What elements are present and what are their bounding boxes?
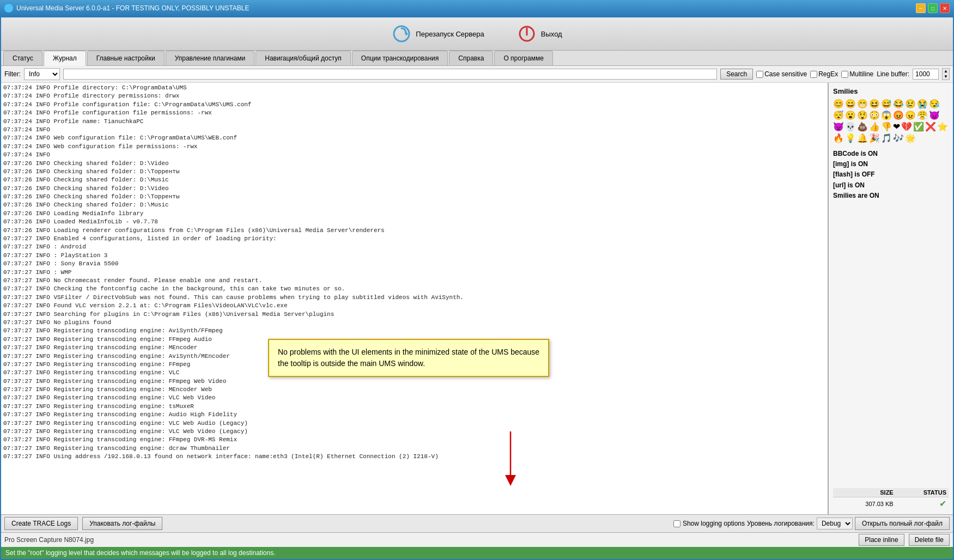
smiley[interactable]: 😅 <box>881 99 892 109</box>
smiley[interactable]: 😳 <box>869 110 880 120</box>
smiley[interactable]: 😠 <box>905 110 916 120</box>
tooltip-text: No problems with the UI elements in the … <box>278 348 539 368</box>
log-line: 07:37:27 INFO Registering transcoding en… <box>3 386 825 394</box>
tab-about[interactable]: О программе <box>494 51 552 65</box>
smiley[interactable]: ❤ <box>893 121 900 132</box>
create-trace-button[interactable]: Create TRACE Logs <box>4 517 78 530</box>
restart-server-button[interactable]: Перезапуск Сервера <box>386 22 489 46</box>
line-buffer-input[interactable]: 1000 <box>913 69 939 80</box>
smiley[interactable]: 🔔 <box>857 133 868 143</box>
multiline-check[interactable]: Multiline <box>841 70 873 78</box>
log-line: 07:37:27 INFO Registering transcoding en… <box>3 411 825 419</box>
delete-file-button[interactable]: Delete file <box>909 534 950 546</box>
log-line: 07:37:24 INFO Profile directory: C:\Prog… <box>3 84 825 92</box>
search-button[interactable]: Search <box>720 69 753 80</box>
tab-bar: Статус Журнал Главные настройки Управлен… <box>1 51 953 66</box>
smiley[interactable]: 😆 <box>869 99 880 109</box>
pack-logs-button[interactable]: Упаковать лог-файлы <box>82 517 162 530</box>
smiley[interactable]: 😱 <box>881 110 892 120</box>
toolbar: Перезапуск Сервера Выход <box>1 17 953 51</box>
smiley[interactable]: 😭 <box>917 99 928 109</box>
status-column-header: STATUS <box>896 488 949 497</box>
smiley[interactable]: 🌟 <box>905 133 916 143</box>
place-inline-button[interactable]: Place inline <box>859 534 904 546</box>
power-icon <box>517 24 537 44</box>
log-level-select[interactable]: Debug Info Trace All <box>817 518 853 529</box>
filter-select[interactable]: Info Debug Trace All <box>24 68 60 80</box>
exit-button[interactable]: Выход <box>512 22 568 46</box>
case-sensitive-checkbox[interactable] <box>756 71 763 78</box>
smiley[interactable]: 😢 <box>905 99 916 109</box>
multiline-checkbox[interactable] <box>841 71 848 78</box>
app-icon <box>4 4 13 13</box>
log-line: 07:37:27 INFO No plugins found <box>3 319 825 327</box>
smiley[interactable]: 🎶 <box>893 133 904 143</box>
smiley[interactable]: 🎵 <box>881 133 892 143</box>
smiley[interactable]: 😂 <box>893 99 904 109</box>
log-line: 07:37:24 INFO Profile configuration file… <box>3 109 825 117</box>
smiley[interactable]: 😪 <box>929 99 940 109</box>
open-log-button[interactable]: Открыть полный лог-файл <box>855 517 950 530</box>
search-input[interactable] <box>63 69 717 80</box>
smiley[interactable]: ❌ <box>925 121 936 132</box>
regex-check[interactable]: RegEx <box>810 70 838 78</box>
log-line: 07:37:27 INFO Registering transcoding en… <box>3 428 825 436</box>
log-line: 07:37:26 INFO Checking shared folder: D:… <box>3 176 825 184</box>
log-line: 07:37:27 INFO Registering transcoding en… <box>3 436 825 444</box>
smiley[interactable]: 😄 <box>845 99 856 109</box>
tab-help[interactable]: Справка <box>449 51 493 65</box>
tab-journal[interactable]: Журнал <box>44 51 86 66</box>
log-line: 07:37:26 INFO Loading MediaInfo library <box>3 210 825 218</box>
spin-down[interactable]: ▼ <box>943 74 949 80</box>
log-content[interactable]: 07:37:24 INFO Profile directory: C:\Prog… <box>1 83 828 514</box>
smiley[interactable]: ⭐ <box>937 121 948 132</box>
smiley[interactable]: ✅ <box>913 121 924 132</box>
case-sensitive-check[interactable]: Case sensitive <box>756 70 807 78</box>
log-area: 07:37:24 INFO Profile directory: C:\Prog… <box>1 83 828 514</box>
smiley[interactable]: 🎉 <box>869 133 880 143</box>
maximize-button[interactable]: □ <box>928 3 938 13</box>
line-buffer-spinner[interactable]: ▲ ▼ <box>942 68 950 80</box>
log-line: 07:37:27 INFO Using address /192.168.0.1… <box>3 453 825 461</box>
log-line: 07:37:27 INFO : Sony Bravia 5500 <box>3 260 825 268</box>
show-logging-checkbox[interactable] <box>673 520 680 527</box>
smiley[interactable]: 💩 <box>857 121 868 132</box>
tab-transcoding[interactable]: Опции транскодирования <box>352 51 448 65</box>
smiley[interactable]: 💀 <box>845 121 856 132</box>
log-line: 07:37:26 INFO Checking shared folder: D:… <box>3 201 825 209</box>
smiley[interactable]: 😴 <box>833 110 844 120</box>
minimize-button[interactable]: − <box>916 3 926 13</box>
show-logging-options: Show logging options Уровень логирования… <box>673 517 950 530</box>
tab-navigation[interactable]: Навигация/общий доступ <box>256 51 351 65</box>
tab-plugins[interactable]: Управление плагинами <box>166 51 255 65</box>
log-line: 07:37:24 INFO Profile directory permissi… <box>3 92 825 100</box>
smiley[interactable]: 🔥 <box>833 133 844 143</box>
log-line: 07:37:24 INFO <box>3 151 825 159</box>
log-line: 07:37:27 INFO : WMP <box>3 269 825 277</box>
log-line: 07:37:27 INFO Registering transcoding en… <box>3 445 825 453</box>
smiley[interactable]: 😮 <box>845 110 856 120</box>
file-name: Pro Screen Capture N8074.jpg <box>4 536 854 544</box>
tab-main-settings[interactable]: Главные настройки <box>87 51 165 65</box>
smiley[interactable]: 👍 <box>869 121 880 132</box>
smiley[interactable]: 💡 <box>845 133 856 143</box>
regex-checkbox[interactable] <box>810 71 817 78</box>
smilies-grid: 😊😄😁😆😅😂😢😭😪😴😮😲😳😱😡😠😤😈👿💀💩👍👎❤💔✅❌⭐🔥💡🔔🎉🎵🎶🌟 <box>833 99 949 143</box>
smiley[interactable]: 👎 <box>881 121 892 132</box>
smiley[interactable]: 👿 <box>833 121 844 132</box>
log-line: 07:37:27 INFO Registering transcoding en… <box>3 378 825 386</box>
title-bar-controls[interactable]: − □ ✕ <box>916 3 950 13</box>
smiley[interactable]: 😲 <box>857 110 868 120</box>
main-window: Перезапуск Сервера Выход Статус Журнал Г… <box>0 16 954 560</box>
smiley[interactable]: 😤 <box>917 110 928 120</box>
smiley[interactable]: 😊 <box>833 99 844 109</box>
status-bar: Set the "root" logging level that decide… <box>1 547 953 559</box>
smiley[interactable]: 😡 <box>893 110 904 120</box>
tab-status[interactable]: Статус <box>3 51 42 65</box>
show-logging-label: Show logging options <box>683 520 745 527</box>
smiley[interactable]: 💔 <box>901 121 912 132</box>
spin-up[interactable]: ▲ <box>943 69 949 74</box>
smiley[interactable]: 😈 <box>929 110 940 120</box>
smiley[interactable]: 😁 <box>857 99 868 109</box>
close-button[interactable]: ✕ <box>940 3 950 13</box>
